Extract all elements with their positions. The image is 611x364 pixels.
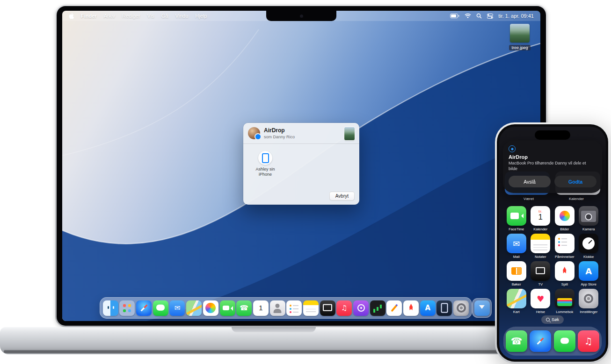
dock-icon-freeform[interactable] <box>386 300 402 316</box>
dynamic-island <box>535 130 570 140</box>
dock-icon-stocks[interactable] <box>370 300 386 316</box>
dock-icon-podcasts[interactable] <box>353 300 369 316</box>
battery-icon[interactable] <box>450 14 459 18</box>
dock-icon-phone[interactable]: ☎ <box>506 330 527 352</box>
app-boker[interactable]: Bøker <box>504 261 529 286</box>
dock-icon-app-store[interactable]: A <box>420 300 436 316</box>
app-grid: FaceTime tir.1Kalender Bilder Kamera ✉Ma… <box>504 206 601 314</box>
app-kamera[interactable]: Kamera <box>577 206 601 231</box>
dock-icon-messages[interactable] <box>153 300 168 316</box>
apple-menu[interactable] <box>69 13 74 19</box>
app-kart[interactable]: Kart <box>504 289 529 314</box>
dock-icon-reminders[interactable] <box>286 300 302 316</box>
avatar <box>248 127 260 139</box>
menu-item-rediger[interactable]: Rediger <box>122 13 140 19</box>
app-tv[interactable]: TV <box>529 261 553 286</box>
file-thumbnail <box>510 24 530 43</box>
airdrop-target-device[interactable]: Ashley sin iPhone <box>250 151 281 178</box>
app-innstillinger[interactable]: Innstillinger <box>577 289 601 314</box>
app-paminnelser[interactable]: Påminnelser <box>553 234 577 259</box>
macbook-base <box>0 327 547 354</box>
notification-title: AirDrop <box>509 154 596 160</box>
app-klokke[interactable]: Klokke <box>577 234 601 259</box>
wifi-icon[interactable] <box>465 14 471 19</box>
app-label: TV <box>538 282 543 286</box>
app-facetime[interactable]: FaceTime <box>504 206 529 231</box>
dock-icon-music[interactable]: ♫ <box>578 330 599 352</box>
app-app-store[interactable]: AApp Store <box>577 261 601 286</box>
spotlight-icon[interactable] <box>476 13 482 19</box>
weather-widget-label: Været <box>505 197 553 201</box>
app-lommebok[interactable]: Lommebok <box>553 289 577 314</box>
iphone-dock: ☎ ♫ <box>503 327 602 356</box>
airdrop-icon <box>509 145 516 152</box>
tv-icon <box>531 261 550 281</box>
macbook-bezel: Finder Arkiv Rediger Vis Gå Vindu Hjelp <box>57 6 546 326</box>
photos-icon <box>555 206 575 226</box>
settings-icon <box>579 289 598 308</box>
dock-icon-facetime[interactable] <box>220 300 235 316</box>
dock-icon-iphone-mirroring[interactable] <box>436 300 452 316</box>
games-icon <box>555 261 575 281</box>
file-label: tree.jpeg <box>509 45 530 50</box>
camera-icon <box>579 206 598 226</box>
app-label: Spill <box>561 282 568 286</box>
dock-icon-downloads[interactable] <box>474 300 490 316</box>
menu-clock[interactable]: tir. 1. apr. 09:41 <box>498 13 534 19</box>
app-helse[interactable]: ♥Helse <box>529 289 553 314</box>
dock-icon-safari[interactable] <box>136 300 152 316</box>
app-notater[interactable]: Notater <box>529 234 553 259</box>
dock-icon-contacts[interactable] <box>270 300 285 316</box>
dock-icon-maps[interactable] <box>186 300 202 316</box>
scene: Finder Arkiv Rediger Vis Gå Vindu Hjelp <box>0 0 611 364</box>
accept-button[interactable]: Godta <box>554 176 596 187</box>
device-label: Ashley sin iPhone <box>250 167 281 178</box>
dock-icon-messages[interactable] <box>554 330 575 352</box>
app-mail[interactable]: ✉Mail <box>504 234 529 259</box>
music-glyph-icon: ♫ <box>336 300 352 316</box>
app-label: Notater <box>535 255 546 259</box>
control-center-icon[interactable] <box>487 14 493 19</box>
menu-item-finder[interactable]: Finder <box>81 13 97 19</box>
dock-icon-launchpad[interactable] <box>119 300 135 316</box>
dock-icon-tv[interactable] <box>320 300 335 316</box>
phone-glyph-icon: ☎ <box>506 330 527 352</box>
app-label: Kalender <box>533 227 547 231</box>
phone-glyph-icon: ☎ <box>236 300 252 316</box>
app-kalender[interactable]: tir.1Kalender <box>529 206 553 231</box>
clock-icon <box>579 234 598 253</box>
menu-item-vindu[interactable]: Vindu <box>175 13 188 19</box>
books-icon <box>507 261 526 281</box>
divider <box>243 143 359 144</box>
notification-body: MacBook Pro tilhørende Danny vil dele et… <box>509 161 593 171</box>
menu-item-vis[interactable]: Vis <box>147 13 154 19</box>
dock-icon-calendar[interactable]: 1 <box>253 300 269 316</box>
menu-item-arkiv[interactable]: Arkiv <box>104 13 115 19</box>
widget-labels: Været Kalender <box>505 197 600 201</box>
app-label: Mail <box>513 255 520 259</box>
menu-item-ga[interactable]: Gå <box>161 13 168 19</box>
app-bilder[interactable]: Bilder <box>553 206 577 231</box>
dock-icon-music[interactable]: ♫ <box>336 300 352 316</box>
dock-icon-phone[interactable]: ☎ <box>236 300 252 316</box>
dock-icon-system-settings[interactable] <box>453 300 469 316</box>
menu-item-hjelp[interactable]: Hjelp <box>195 13 207 19</box>
dock-icon-games[interactable] <box>403 300 419 316</box>
decline-button[interactable]: Avslå <box>509 176 551 187</box>
search-label: Søk <box>552 317 559 322</box>
app-label: FaceTime <box>509 227 524 231</box>
app-store-icon: A <box>579 261 598 281</box>
dock-icon-mail[interactable]: ✉ <box>169 300 185 316</box>
home-search-pill[interactable]: Søk <box>541 315 564 324</box>
dock-icon-finder[interactable] <box>103 300 118 316</box>
app-spill[interactable]: Spill <box>553 261 577 286</box>
dock-icon-safari[interactable] <box>530 330 551 352</box>
device-icon <box>258 151 272 165</box>
dock-icon-photos[interactable] <box>203 300 218 316</box>
dock-icon-notes[interactable] <box>303 300 319 316</box>
desktop-file-tree-jpeg[interactable]: tree.jpeg <box>507 24 533 51</box>
cancel-button[interactable]: Avbryt <box>329 192 355 200</box>
mail-glyph-icon: ✉ <box>169 300 185 316</box>
airdrop-window: AirDrop som Danny Rico Ashley sin iPhone… <box>243 123 359 205</box>
iphone-glyph-icon <box>262 153 269 163</box>
